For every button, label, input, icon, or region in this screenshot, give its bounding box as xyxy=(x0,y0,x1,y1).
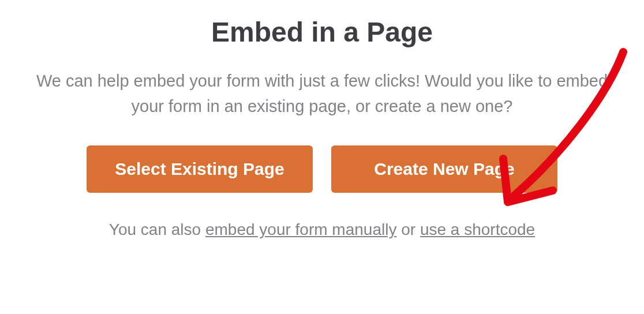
page-title: Embed in a Page xyxy=(211,16,433,48)
footer-text: You can also embed your form manually or… xyxy=(109,220,535,239)
embed-manually-link[interactable]: embed your form manually xyxy=(205,220,396,238)
select-existing-page-button[interactable]: Select Existing Page xyxy=(87,145,313,193)
footer-middle: or xyxy=(396,220,420,238)
description-text: We can help embed your form with just a … xyxy=(19,69,625,119)
use-shortcode-link[interactable]: use a shortcode xyxy=(420,220,535,238)
button-row: Select Existing Page Create New Page xyxy=(87,145,557,193)
create-new-page-button[interactable]: Create New Page xyxy=(331,145,557,193)
footer-prefix: You can also xyxy=(109,220,205,238)
